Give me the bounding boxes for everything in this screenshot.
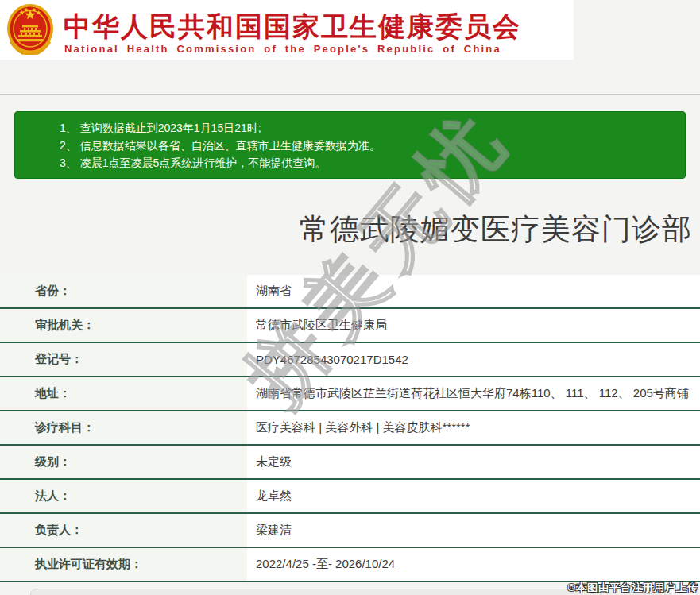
facility-title: 常德武陵媚变医疗美容门诊部: [300, 210, 692, 249]
table-row-address: 地址： 湖南省常德市武陵区芷兰街道荷花社区恒大华府74栋110、 111、 11…: [0, 377, 700, 411]
header-divider: [0, 94, 700, 95]
national-emblem-icon: [6, 3, 54, 57]
table-row-province: 省份： 湖南省: [0, 275, 700, 309]
facility-info-table: 省份： 湖南省 审批机关： 常德市武陵区卫生健康局 登记号： PDY467285…: [0, 275, 700, 582]
field-value: 未定级: [247, 446, 700, 478]
org-title-cn: 中华人民共和国国家卫生健康委员会: [64, 9, 521, 45]
field-label: 级别：: [0, 446, 247, 478]
site-header: 中华人民共和国国家卫生健康委员会 National Health Commiss…: [0, 0, 574, 60]
table-row-license-validity: 执业许可证有效期： 2022/4/25 -至- 2026/10/24: [0, 548, 700, 582]
field-value: 2022/4/25 -至- 2026/10/24: [247, 548, 700, 581]
field-value: 湖南省常德市武陵区芷兰街道荷花社区恒大华府74栋110、 111、 112、 2…: [247, 377, 700, 410]
table-row-legal-person: 法人： 龙卓然: [0, 480, 700, 514]
field-value: 龙卓然: [247, 480, 700, 512]
field-label: 诊疗科目：: [0, 411, 247, 444]
field-value: 湖南省: [247, 275, 700, 307]
field-label: 登记号：: [0, 343, 247, 376]
table-row-registration-number: 登记号： PDY46728543070217D1542: [0, 343, 700, 377]
notice-line-1: 1、 查询数据截止到2023年1月15日21时;: [60, 119, 685, 137]
field-label: 审批机关：: [0, 309, 247, 342]
field-label: 地址：: [0, 377, 247, 410]
field-label: 执业许可证有效期：: [0, 548, 247, 581]
table-row-departments: 诊疗科目： 医疗美容科 | 美容外科 | 美容皮肤科******: [0, 411, 700, 446]
notice-line-3: 3、 凌晨1点至凌晨5点系统进行维护，不能提供查询。: [60, 154, 685, 172]
bottom-panel: [30, 589, 671, 595]
field-label: 负责人：: [0, 514, 247, 547]
notice-line-2: 2、 信息数据结果以各省、自治区、直辖市卫生健康委数据为准。: [60, 137, 685, 154]
field-value: 常德市武陵区卫生健康局: [247, 309, 700, 342]
notice-box: 1、 查询数据截止到2023年1月15日21时; 2、 信息数据结果以各省、自治…: [14, 111, 686, 179]
field-label: 法人：: [0, 480, 247, 512]
table-row-person-in-charge: 负责人： 梁建清: [0, 514, 700, 548]
field-label: 省份：: [0, 275, 247, 307]
table-row-approval-authority: 审批机关： 常德市武陵区卫生健康局: [0, 309, 700, 343]
field-value: PDY46728543070217D1542: [247, 343, 700, 376]
table-row-level: 级别： 未定级: [0, 446, 700, 480]
field-value: 梁建清: [247, 514, 700, 547]
field-value: 医疗美容科 | 美容外科 | 美容皮肤科******: [247, 411, 700, 444]
org-title-en: National Health Commission of the People…: [64, 43, 501, 55]
